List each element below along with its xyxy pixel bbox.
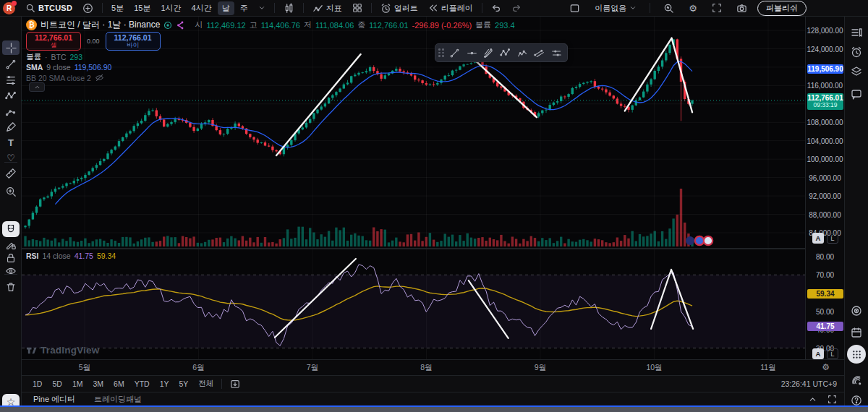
alerts-panel-button[interactable] (850, 46, 863, 59)
range-1d[interactable]: 1D (27, 378, 47, 390)
chat-button[interactable] (850, 87, 863, 100)
redo-button[interactable] (507, 1, 526, 14)
screenshot-button[interactable] (732, 1, 752, 15)
fullscreen-icon (712, 3, 722, 13)
bb-legend-row[interactable]: BB 20 SMA close 2 (26, 73, 104, 82)
layout-name-button[interactable]: 이름없음 (590, 1, 641, 15)
float-parallel-channel-tool[interactable] (532, 46, 547, 60)
time-axis[interactable]: 5월6월7월8월9월10월11월 ⚙ (22, 359, 844, 375)
rsi-auto-scale-button[interactable]: A (812, 348, 824, 359)
remove-drawings-tool[interactable] (2, 280, 20, 294)
tf-5m[interactable]: 5분 (107, 1, 128, 15)
floating-drawing-toolbar[interactable] (435, 43, 568, 62)
low-label: 저 (304, 20, 312, 30)
indicators-button[interactable]: 지표 (308, 1, 346, 15)
sma-legend-row[interactable]: SMA 9 close 119,506.90 (26, 63, 111, 72)
crosshair-tool[interactable] (2, 40, 20, 55)
range-1m[interactable]: 1M (67, 378, 88, 390)
rsi-value-badge: 41.75 (807, 322, 843, 331)
float-flat-channel-tool[interactable] (549, 46, 564, 60)
log-scale-button[interactable]: L (827, 233, 838, 244)
alert-button[interactable]: 얼러트 (376, 1, 422, 15)
watchlist-button[interactable] (850, 26, 863, 39)
drag-handle[interactable] (438, 48, 444, 57)
float-elliott-tool[interactable] (515, 46, 530, 60)
rsi-log-scale-button[interactable]: L (827, 348, 838, 359)
tf-1d-active[interactable]: 날 (218, 1, 234, 15)
chart-canvas[interactable] (22, 17, 805, 359)
measure-tool[interactable] (2, 166, 20, 181)
layout-button[interactable] (565, 1, 584, 15)
tab-pine-editor[interactable]: Pine 에디터 (33, 394, 75, 405)
chart-title[interactable]: 비트코인 / 달러 · 1날 · Binance (41, 19, 160, 31)
rsi-legend-row[interactable]: RSI 14 close 41.75 59.34 (26, 252, 116, 260)
range-ytd[interactable]: YTD (129, 378, 155, 390)
symbol-search-button[interactable]: BTCUSD (21, 1, 77, 14)
float-horizontal-line-tool[interactable] (464, 46, 479, 60)
calendar-goto-icon (230, 379, 240, 389)
eye-off-icon[interactable] (95, 73, 104, 82)
undo-button[interactable] (487, 1, 506, 14)
data-connection-button[interactable] (851, 374, 863, 387)
hide-drawings-tool[interactable] (2, 264, 20, 278)
tf-1w[interactable]: 주 (236, 1, 252, 15)
pattern-tool[interactable] (2, 88, 20, 103)
publish-button[interactable]: 퍼블리쉬 (757, 1, 807, 16)
range-1y[interactable]: 1Y (155, 378, 174, 390)
object-tree-button[interactable] (850, 65, 863, 78)
range-5y[interactable]: 5Y (174, 378, 194, 390)
hotlists-button[interactable] (850, 304, 863, 317)
float-zigzag-tool[interactable] (498, 46, 513, 60)
tf-1h[interactable]: 1시간 (156, 1, 185, 15)
axis-settings-gear-icon[interactable]: ⚙ (822, 362, 830, 372)
range-5d[interactable]: 5D (47, 378, 67, 390)
trend-line-icon (449, 48, 460, 59)
alarm-clock-icon (380, 3, 391, 14)
calendar-button[interactable] (850, 326, 863, 339)
panel-chevron-up-icon[interactable] (808, 395, 817, 404)
tf-4h[interactable]: 4시간 (187, 1, 216, 15)
price-axis[interactable]: 128,000.00124,000.00120,000.00116,000.00… (805, 17, 844, 359)
tab-trading-panel[interactable]: 트레이딩패널 (94, 394, 142, 405)
replay-button[interactable]: 리플레이 (424, 1, 477, 15)
drawing-mode-tool[interactable] (2, 238, 20, 252)
auto-scale-button[interactable]: A (812, 233, 824, 244)
quick-search-button[interactable] (659, 1, 678, 15)
range-all[interactable]: 전체 (193, 377, 218, 390)
chevron-down-icon (629, 4, 637, 12)
volume-source: BTC (51, 53, 67, 61)
fib-tool[interactable] (2, 73, 20, 87)
collapse-legend-button[interactable] (29, 82, 45, 92)
main-legend-row[interactable]: ₿ 비트코인 / 달러 · 1날 · Binance 시112,469.12 고… (26, 19, 515, 31)
timeframe-dropdown[interactable] (254, 3, 270, 13)
chart-style-button[interactable] (279, 1, 299, 15)
prediction-tool[interactable] (2, 104, 20, 119)
chart-plot-area[interactable] (22, 17, 805, 359)
more-apps-button[interactable] (847, 345, 866, 364)
float-pitchfork-tool[interactable] (481, 46, 496, 60)
user-avatar[interactable]: R (3, 2, 15, 14)
range-6m[interactable]: 6M (109, 378, 129, 390)
text-tool[interactable]: T (2, 135, 20, 150)
indicator-templates-button[interactable] (348, 1, 367, 14)
lock-drawings-tool[interactable] (2, 251, 20, 265)
brush-icon (5, 121, 17, 133)
float-trend-line-tool[interactable] (447, 46, 462, 60)
fullscreen-button[interactable] (707, 1, 726, 14)
volume-legend-row[interactable]: 볼륨 · BTC 293 (26, 52, 82, 62)
sell-button[interactable]: 112,766.01 셀 (26, 32, 81, 51)
zoom-in-tool[interactable] (2, 184, 20, 199)
help-button[interactable] (851, 395, 863, 407)
panel-expand-icon[interactable] (827, 395, 837, 404)
emoji-tool[interactable]: ♡ (2, 150, 20, 165)
magnet-mode-toggle[interactable] (2, 221, 20, 237)
trend-line-tool[interactable] (2, 57, 20, 72)
go-to-date-button[interactable] (225, 377, 245, 390)
compare-add-button[interactable] (78, 1, 98, 15)
session-clock[interactable]: 23:26:41 UTC+9 (781, 379, 837, 388)
tf-15m[interactable]: 15분 (129, 1, 155, 15)
range-3m[interactable]: 3M (88, 378, 109, 390)
settings-button[interactable]: ⚙ (684, 1, 702, 15)
brush-tool[interactable] (2, 120, 20, 134)
buy-button[interactable]: 112,766.01 바이 (106, 32, 161, 51)
